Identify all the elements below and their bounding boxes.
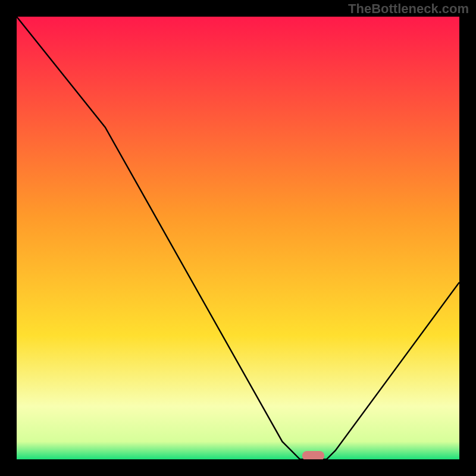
watermark-text: TheBottleneck.com xyxy=(348,1,469,17)
chart-plot-area xyxy=(17,17,459,459)
gradient-background xyxy=(17,17,459,459)
chart-svg xyxy=(17,17,459,459)
target-marker xyxy=(302,451,324,459)
